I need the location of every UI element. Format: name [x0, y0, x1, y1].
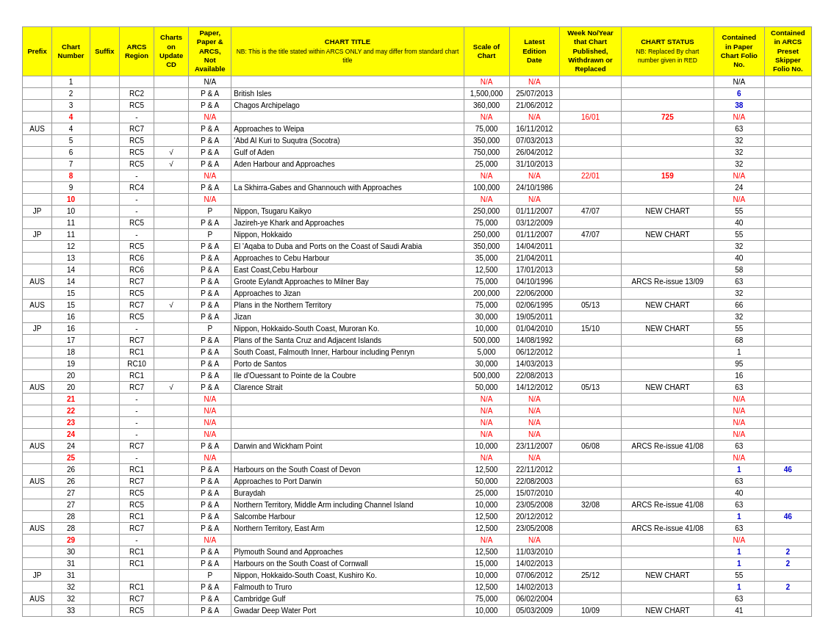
- table-row: 7RC5√P & AAden Harbour and Approaches25,…: [23, 158, 812, 170]
- col-chart-number: ChartNumber: [52, 27, 90, 76]
- table-row: 21-N/AN/AN/AN/A: [23, 393, 812, 405]
- col-prefix: Prefix: [23, 27, 52, 76]
- table-row: AUS32RC7P & ACambridge Gulf75,00006/02/2…: [23, 593, 812, 604]
- table-row: 18RC1P & ASouth Coast, Falmouth Inner, H…: [23, 346, 812, 358]
- table-row: AUS4RC7P & AApproaches to Weipa75,00016/…: [23, 123, 812, 134]
- table-row: 29-N/AN/AN/AN/A: [23, 534, 812, 546]
- table-row: 11RC5P & AJazireh-ye Khark and Approache…: [23, 217, 812, 228]
- table-row: 32RC1P & AFalmouth to Truro12,50014/02/2…: [23, 581, 812, 593]
- table-row: 23-N/AN/AN/AN/A: [23, 416, 812, 428]
- col-scale: Scale ofChart: [464, 27, 509, 76]
- table-row: 17RC7P & APlans of the Santa Cruz and Ad…: [23, 334, 812, 346]
- table-row: 19RC10P & APorto de Santos30,00014/03/20…: [23, 358, 812, 369]
- table-row: 9RC4P & ALa Skhirra-Gabes and Ghannouch …: [23, 181, 812, 193]
- table-row: 6RC5√P & AGulf of Aden750,00026/04/20123…: [23, 146, 812, 158]
- col-paper: Paper,Paper &ARCS,NotAvailable: [189, 27, 231, 76]
- col-skipper: Containedin ARCSPresetSkipperFolio No.: [764, 27, 811, 76]
- table-row: 8-N/AN/AN/A22/01159N/A: [23, 170, 812, 181]
- col-status: CHART STATUSNB: Replaced By chartnumber …: [621, 27, 713, 76]
- table-row: 27RC5P & ABuraydah25,00015/07/201040: [23, 487, 812, 499]
- table-row: 2RC2P & ABritish Isles1,500,00025/07/201…: [23, 87, 812, 99]
- table-row: AUS28RC7P & ANorthern Territory, East Ar…: [23, 522, 812, 534]
- table-row: JP16-PNippon, Hokkaido-South Coast, Muro…: [23, 322, 812, 334]
- table-row: 14RC6P & AEast Coast,Cebu Harbour12,5001…: [23, 264, 812, 275]
- col-week: Week No/Yearthat ChartPublished,Withdraw…: [560, 27, 622, 76]
- col-folio: Containedin PaperChart FolioNo.: [713, 27, 764, 76]
- table-row: 3RC5P & AChagos Archipelago360,00021/06/…: [23, 99, 812, 111]
- table-row: 25-N/AN/AN/AN/A: [23, 452, 812, 463]
- col-arcs-region: ARCSRegion: [119, 27, 154, 76]
- table-row: 16RC5P & AJizan30,00019/05/201132: [23, 311, 812, 322]
- table-row: JP31PNippon, Hokkaido-South Coast, Kushi…: [23, 569, 812, 581]
- table-row: 20RC1P & AIle d'Ouessant to Pointe de la…: [23, 369, 812, 381]
- col-edition: LatestEditionDate: [509, 27, 560, 76]
- table-row: JP10-PNippon, Tsugaru Kaikyo250,00001/11…: [23, 205, 812, 217]
- col-chart-title: CHART TITLENB: This is the title stated …: [231, 27, 464, 76]
- table-row: AUS15RC7√P & APlans in the Northern Terr…: [23, 299, 812, 311]
- table-row: 10-N/AN/AN/AN/A: [23, 193, 812, 205]
- table-row: 5RC5P & A'Abd Al Kuri to Suqutra (Socotr…: [23, 134, 812, 146]
- table-row: 1N/AN/AN/AN/A: [23, 76, 812, 87]
- table-row: AUS24RC7P & ADarwin and Wickham Point10,…: [23, 440, 812, 452]
- col-suffix: Suffix: [90, 27, 119, 76]
- table-row: 28RC1P & ASalcombe Harbour12,50020/12/20…: [23, 510, 812, 522]
- table-row: 4-N/AN/AN/A16/01725N/A: [23, 111, 812, 123]
- table-row: 15RC5P & AApproaches to Jizan200,00022/0…: [23, 287, 812, 299]
- table-row: AUS26RC7P & AApproaches to Port Darwin50…: [23, 475, 812, 487]
- table-row: JP11-PNippon, Hokkaido250,00001/11/20074…: [23, 228, 812, 240]
- table-row: AUS14RC7P & AGroote Eylandt Approaches t…: [23, 275, 812, 287]
- table-row: AUS20RC7√P & AClarence Strait50,00014/12…: [23, 381, 812, 393]
- table-row: 13RC6P & AApproaches to Cebu Harbour35,0…: [23, 252, 812, 264]
- table-row: 26RC1P & AHarbours on the South Coast of…: [23, 463, 812, 475]
- table-row: 30RC1P & APlymouth Sound and Approaches1…: [23, 546, 812, 557]
- table-row: 24-N/AN/AN/AN/A: [23, 428, 812, 440]
- chart-availability-table: Prefix ChartNumber Suffix ARCSRegion Cha…: [22, 26, 812, 617]
- table-row: 31RC1P & AHarbours on the South Coast of…: [23, 557, 812, 569]
- table-row: 22-N/AN/AN/AN/A: [23, 405, 812, 416]
- table-row: 27RC5P & ANorthern Territory, Middle Arm…: [23, 499, 812, 510]
- table-row: 33RC5P & AGwadar Deep Water Port10,00005…: [23, 604, 812, 616]
- col-update-cd: ChartsonUpdateCD: [154, 27, 189, 76]
- table-row: 12RC5P & AEl 'Aqaba to Duba and Ports on…: [23, 240, 812, 252]
